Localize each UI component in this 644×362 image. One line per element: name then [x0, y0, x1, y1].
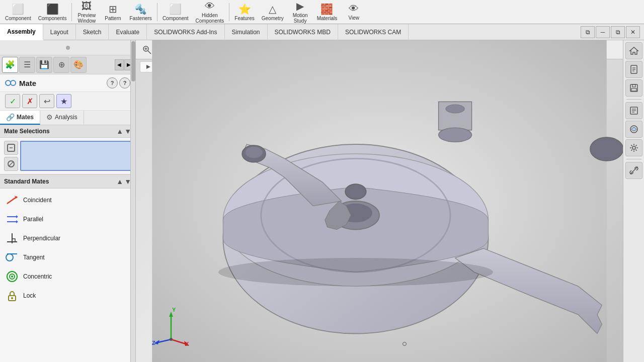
mate-icon [5, 77, 16, 88]
rp-link[interactable] [625, 162, 642, 179]
selection-icons [4, 141, 18, 171]
toolbar-component-2[interactable]: ⬜ Component [159, 1, 192, 23]
feature-icon-component[interactable]: 🧩 [2, 57, 18, 73]
coincident-icon [5, 193, 19, 207]
svg-point-16 [6, 254, 13, 261]
mate-help-buttons: ? ? [107, 77, 130, 88]
tab-sketch[interactable]: Sketch [76, 24, 109, 40]
motion-study-icon: ▶ [296, 0, 304, 12]
tab-cam[interactable]: SOLIDWORKS CAM [338, 24, 409, 40]
mates-tab-icon: 🔗 [6, 113, 15, 121]
motion-study-label: MotionStudy [293, 13, 308, 24]
svg-point-58 [246, 147, 263, 158]
svg-text:Z: Z [152, 340, 155, 346]
toolbar-features[interactable]: ⭐ Features [231, 1, 257, 23]
standard-mates-header[interactable]: Standard Mates ▲ ▼ [0, 174, 135, 189]
win-close-btn[interactable]: ✕ [626, 26, 640, 38]
mate-header: Mate ? ? [0, 74, 135, 92]
standard-mates-collapse[interactable]: ▲ ▼ [116, 177, 131, 186]
tab-assembly[interactable]: Assembly [0, 24, 43, 40]
cancel-button[interactable]: ✗ [22, 94, 37, 108]
mates-tab-label: Mates [17, 114, 34, 121]
panel-scrollbar[interactable] [130, 40, 135, 362]
win-restore2-btn[interactable]: ⧉ [611, 26, 625, 38]
star-button[interactable]: ★ [56, 94, 71, 108]
mate-selections-header[interactable]: Mate Selections ▲ ▼ [0, 125, 135, 138]
concentric-icon [5, 269, 19, 284]
toolbar-component-1[interactable]: ⬜ Component [2, 1, 34, 23]
mate-item-lock[interactable]: Lock [0, 286, 135, 305]
tangent-label: Tangent [23, 254, 130, 261]
mate-item-concentric[interactable]: Concentric [0, 267, 135, 286]
pattern-label: Pattern [105, 16, 121, 21]
toolbar-materials[interactable]: 🧱 Materials [314, 1, 341, 23]
tab-mbd[interactable]: SOLIDWORKS MBD [268, 24, 338, 40]
sel-icon-2[interactable] [4, 157, 18, 171]
toolbar-view[interactable]: 👁 View [341, 1, 366, 23]
accept-button[interactable]: ✓ [5, 94, 20, 108]
help-btn-1[interactable]: ? [107, 77, 118, 88]
tab-addins[interactable]: SOLIDWORKS Add-Ins [147, 24, 224, 40]
component-1-label: Component [5, 16, 31, 21]
feature-icon-list[interactable]: ☰ [19, 57, 35, 73]
svg-line-5 [9, 161, 14, 166]
lock-label: Lock [23, 292, 130, 299]
tab-addins-label: SOLIDWORKS Add-Ins [154, 29, 217, 36]
reset-button[interactable]: ↩ [39, 94, 54, 108]
panel-top-controls [0, 40, 135, 55]
feature-icon-save[interactable]: 💾 [36, 57, 52, 73]
rp-settings[interactable] [625, 139, 642, 156]
tab-layout[interactable]: Layout [43, 24, 76, 40]
standard-mates-title: Standard Mates [4, 178, 49, 185]
tab-sketch-label: Sketch [83, 29, 102, 36]
3d-model-svg [136, 40, 623, 362]
sub-tab-mates[interactable]: 🔗 Mates [0, 111, 40, 125]
toolbar-fasteners[interactable]: 🔩 Fasteners [126, 1, 154, 23]
svg-point-20 [11, 276, 13, 278]
feature-icon-target[interactable]: ⊕ [53, 57, 69, 73]
selection-icon-shape-2 [7, 159, 16, 168]
action-buttons: ✓ ✗ ↩ ★ [0, 92, 135, 111]
toolbar-sep-1 [71, 3, 72, 21]
mate-selections-collapse[interactable]: ▲ ▼ [116, 127, 131, 135]
mate-item-parallel[interactable]: Parallel [0, 210, 135, 229]
toolbar-geometry[interactable]: △ Geometry [259, 1, 287, 23]
rp-home[interactable] [625, 42, 642, 59]
rp-save[interactable] [625, 79, 642, 97]
toolbar-components[interactable]: ⬛ Components [35, 1, 70, 23]
rp-properties[interactable] [625, 102, 642, 119]
sub-tab-analysis[interactable]: ⚙ Analysis [40, 111, 84, 125]
arrow-left-btn[interactable]: ◀ [115, 59, 124, 70]
tab-simulation[interactable]: Simulation [225, 24, 268, 40]
mate-item-perpendicular[interactable]: Perpendicular [0, 229, 135, 248]
component-2-label: Component [163, 16, 189, 21]
toolbar-pattern[interactable]: ⊞ Pattern [100, 1, 125, 23]
features-icon: ⭐ [238, 3, 251, 15]
std-collapse-up: ▲ [116, 177, 123, 186]
svg-point-59 [345, 184, 366, 199]
feature-icon-appearance[interactable]: 🎨 [70, 57, 87, 73]
toolbar-motion-study[interactable]: ▶ MotionStudy [288, 1, 313, 23]
win-minimize-btn[interactable]: ─ [596, 26, 610, 38]
svg-rect-83 [631, 88, 636, 91]
tab-evaluate[interactable]: Evaluate [109, 24, 147, 40]
svg-point-60 [590, 137, 623, 161]
mate-item-coincident[interactable]: Coincident [0, 191, 135, 210]
viewport[interactable]: Assem2 (Def...) [136, 40, 623, 362]
coincident-label: Coincident [23, 197, 130, 204]
analysis-tab-label: Analysis [55, 114, 77, 121]
help-btn-2[interactable]: ? [119, 77, 130, 88]
toolbar-hidden[interactable]: 👁 HiddenComponents [193, 1, 227, 23]
toolbar-sep-2 [157, 3, 157, 21]
hidden-label: HiddenComponents [196, 13, 224, 24]
rp-file[interactable] [625, 61, 642, 78]
toolbar-preview[interactable]: 🖼 PreviewWindow [74, 1, 99, 23]
components-icon: ⬛ [46, 3, 59, 15]
parallel-icon [5, 212, 19, 226]
sel-icon-1[interactable] [4, 141, 18, 155]
selection-input-box[interactable] [20, 141, 131, 171]
rp-appearance[interactable] [625, 121, 642, 138]
mate-item-tangent[interactable]: Tangent [0, 248, 135, 267]
win-restore-btn[interactable]: ⧉ [581, 26, 595, 38]
component-1-icon: ⬜ [12, 3, 24, 15]
